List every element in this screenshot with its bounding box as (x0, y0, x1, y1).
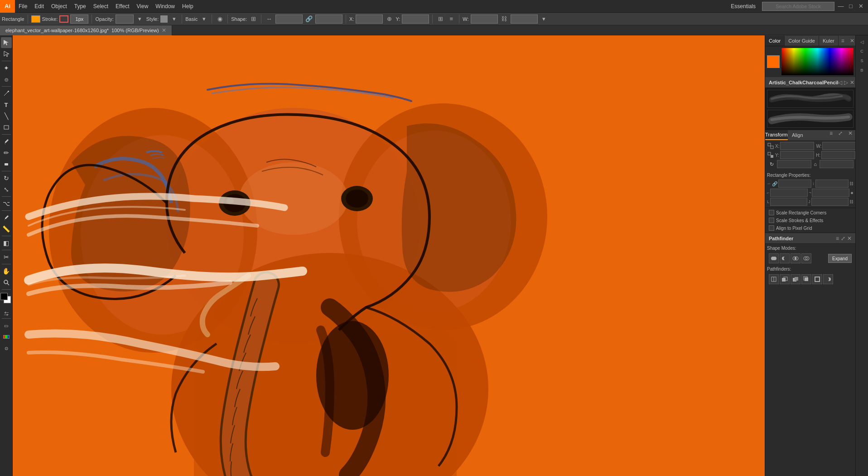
scissors-tool[interactable]: ✂ (1, 252, 12, 262)
minimize-button[interactable]: — (837, 3, 844, 10)
outline-btn[interactable] (812, 274, 822, 284)
zoom-tool[interactable] (1, 277, 12, 288)
collapse-right-btn[interactable]: ◁ (857, 37, 868, 46)
color-mode-btn[interactable] (1, 331, 12, 342)
brush-stroke-1[interactable] (767, 90, 854, 108)
transform-h-input[interactable]: 1542.154 pt (821, 151, 855, 159)
opacity-input[interactable]: 100% (116, 15, 134, 24)
rect-h-chain-icon[interactable]: ⛓ (849, 181, 854, 186)
color-panel-menu[interactable]: ≡ (839, 38, 847, 44)
rect-h-input[interactable]: 1542.154 pt (815, 180, 849, 188)
merge-btn[interactable] (791, 274, 800, 284)
blend-tool[interactable]: ⌥ (1, 198, 12, 209)
hand-tool[interactable]: ✋ (1, 266, 12, 277)
paintbrush-tool[interactable] (1, 136, 12, 147)
stroke-swatch[interactable] (59, 15, 68, 23)
style-swatch[interactable] (160, 15, 168, 23)
direct-select-tool[interactable] (1, 49, 12, 59)
align-pixel-grid-checkbox[interactable] (769, 225, 774, 231)
minus-back-btn[interactable] (823, 274, 833, 284)
opacity-circle-icon[interactable]: ◉ (215, 15, 224, 24)
chain-icon[interactable]: ⛓ (500, 15, 509, 24)
transform-x-input[interactable]: 859.821 pt (780, 142, 814, 150)
intersect-btn[interactable] (791, 253, 800, 263)
menu-window[interactable]: Window (152, 0, 178, 13)
lock-icon[interactable]: 🔗 (304, 15, 313, 24)
scale-tool[interactable]: ⤡ (1, 184, 12, 195)
color-swatches[interactable] (0, 293, 12, 305)
brush-stroke-2[interactable] (767, 110, 854, 128)
menu-help[interactable]: Help (178, 0, 197, 13)
fill-swatch[interactable] (31, 15, 40, 23)
gradient-tool[interactable]: ◧ (1, 238, 12, 248)
brush-next-btn[interactable]: ▷ (844, 79, 848, 86)
line-tool[interactable]: ╲ (1, 111, 12, 121)
eraser-tool[interactable] (1, 159, 12, 170)
corner-tl-input[interactable]: 0 pt (770, 189, 808, 197)
lock-rect-icon[interactable]: 🔗 (772, 181, 777, 186)
transform-tab[interactable]: Transform (765, 130, 788, 140)
basic-icon[interactable]: ▾ (199, 15, 208, 24)
style-icon[interactable]: ▾ (169, 15, 178, 24)
pathfinder-menu[interactable]: ≡ (836, 235, 839, 242)
measure-tool[interactable]: 📏 (1, 223, 12, 234)
color-guide-tab[interactable]: Color Guide (785, 36, 819, 46)
kuler-tab[interactable]: Kuler (819, 36, 839, 46)
color-spectrum[interactable] (781, 48, 854, 75)
screen-mode-btn[interactable]: ▭ (1, 320, 12, 331)
transform-expand-btn[interactable]: ⤢ (835, 130, 845, 140)
stroke-width-input[interactable] (70, 15, 88, 24)
menu-view[interactable]: View (133, 0, 152, 13)
rotate-tool[interactable]: ↻ (1, 173, 12, 184)
essentials-label[interactable]: Essentials (727, 0, 759, 13)
pathfinder-header[interactable]: Pathfinder ≡ ⤢ ✕ (765, 233, 855, 244)
scale-strokes-effects-checkbox[interactable] (769, 218, 774, 223)
pathfinder-close[interactable]: ✕ (847, 235, 852, 242)
y-input[interactable]: 614.817 pt (402, 15, 429, 24)
shear-input[interactable]: 0° (820, 160, 854, 168)
lock-corners-icon[interactable]: ● (850, 190, 854, 195)
select-tool[interactable] (1, 37, 12, 48)
rotate-input[interactable]: 0° (777, 160, 811, 168)
search-input[interactable] (762, 2, 834, 11)
align-tab[interactable]: Align (788, 130, 807, 140)
eyedropper-tool[interactable] (1, 212, 12, 223)
lasso-tool[interactable]: ⌾ (1, 74, 12, 85)
opacity-icon[interactable]: ▾ (135, 15, 145, 24)
scale-rect-corners-checkbox[interactable] (769, 210, 774, 215)
unite-btn[interactable] (769, 253, 779, 263)
magic-wand-tool[interactable]: ✦ (1, 63, 12, 73)
drawing-mode-btn[interactable]: ⊙ (1, 343, 12, 354)
rect-tool[interactable] (1, 122, 12, 133)
color-panel-toggle[interactable]: C (857, 47, 868, 56)
minus-front-btn[interactable] (780, 253, 790, 263)
menu-effect[interactable]: Effect (112, 0, 133, 13)
foreground-swatch[interactable] (0, 293, 8, 300)
close-button[interactable]: ✕ (857, 3, 864, 10)
x-input[interactable]: 859.821 pt (356, 15, 383, 24)
shape-icon[interactable]: ⊞ (249, 15, 258, 24)
transform-menu-btn[interactable]: ≡ (827, 130, 835, 140)
expand-button[interactable]: Expand (828, 254, 852, 263)
arrange-icon[interactable]: ⊞ (436, 15, 445, 24)
swatches-toggle[interactable]: S (857, 56, 868, 65)
menu-edit[interactable]: Edit (31, 0, 48, 13)
menu-type[interactable]: Type (71, 0, 90, 13)
transform-w-input[interactable]: 2382.238 pt (822, 142, 855, 150)
color-tab[interactable]: Color (765, 36, 785, 46)
active-tab[interactable]: elephant_vector_art-wallpaper-1680x1260.… (0, 25, 172, 35)
options-end-icon[interactable]: ▾ (540, 15, 549, 24)
transform-close-btn[interactable]: ✕ (845, 130, 855, 140)
maximize-button[interactable]: □ (847, 3, 854, 10)
brush-panel-header[interactable]: Artistic_ChalkCharcoalPencil ◁ ▷ ✕ (765, 77, 855, 88)
corner-tr-input[interactable]: 0 pt (812, 189, 849, 197)
lock-corners2-icon[interactable]: ⛓ (849, 199, 854, 204)
brush-toggle[interactable]: B (857, 66, 868, 75)
h2-input[interactable]: 1542.154 pt (511, 15, 538, 24)
pen-tool[interactable] (1, 88, 12, 99)
w-input[interactable]: 2382.238 pt (275, 15, 303, 24)
brush-panel-close[interactable]: ✕ (850, 79, 854, 86)
brush-prev-btn[interactable]: ◁ (838, 79, 842, 86)
trim-btn[interactable] (780, 274, 790, 284)
rect-w-input[interactable]: 2382.238 pt (778, 180, 811, 188)
